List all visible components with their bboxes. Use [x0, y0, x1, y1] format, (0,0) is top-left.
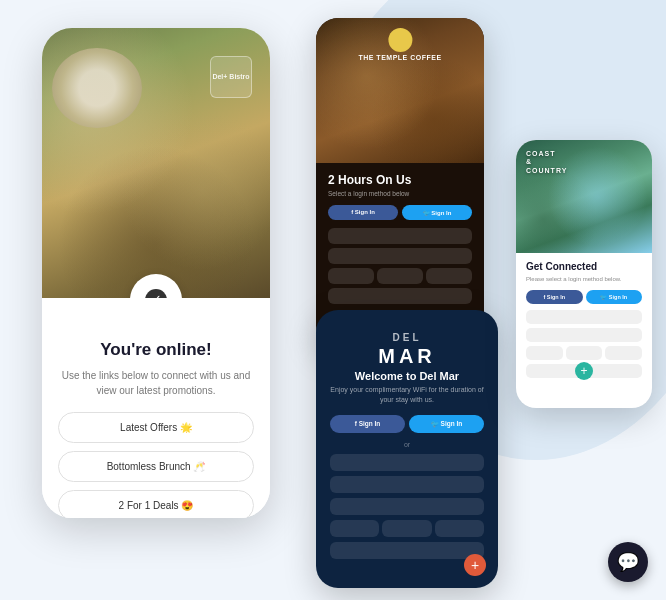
phone3-fab-icon: + [471, 557, 479, 573]
phone3-dob-year[interactable] [435, 520, 484, 537]
phone3-email-field[interactable] [330, 476, 484, 493]
phone3-dob-day[interactable] [330, 520, 379, 537]
chat-bubble-button[interactable]: 💬 [608, 542, 648, 582]
phone4-dob-month[interactable] [566, 346, 603, 360]
phone2-dob-day[interactable] [328, 268, 374, 284]
phone4-twitter-button[interactable]: 🐦 Sign In [586, 290, 643, 304]
phone1-title: You're online! [58, 340, 254, 360]
phone4-brand-line3: COUNTRY [526, 167, 567, 175]
phone3-country-field[interactable] [330, 542, 484, 559]
phone4-dob-day[interactable] [526, 346, 563, 360]
two-for-one-button[interactable]: 2 For 1 Deals 😍 [58, 490, 254, 519]
phone1-logo: Del+ Bistro [210, 56, 252, 98]
phone3-dob [330, 520, 484, 537]
phone3-logo-pre: DEL [330, 332, 484, 343]
phone4-facebook-button[interactable]: f Sign In [526, 290, 583, 304]
phone2-dob-year[interactable] [426, 268, 472, 284]
phone2-email-field[interactable] [328, 248, 472, 264]
phone2-twitter-button[interactable]: 🐦 Sign In [402, 205, 472, 220]
bottomless-brunch-button[interactable]: Bottomless Brunch 🥂 [58, 451, 254, 482]
phone2-dob [328, 268, 472, 284]
phone2-brand: THE TEMPLE COFFEE [358, 28, 441, 61]
phone3-twitter-button[interactable]: 🐦 Sign In [409, 415, 484, 433]
phone2-content: 2 Hours On Us Select a login method belo… [316, 163, 484, 314]
phone3-facebook-button[interactable]: f Sign In [330, 415, 405, 433]
chat-icon: 💬 [617, 551, 639, 573]
phone4-dob [526, 346, 642, 360]
phone3-content: DEL MAR Welcome to Del Mar Enjoy your co… [316, 310, 498, 573]
latest-offers-button[interactable]: Latest Offers 🌟 [58, 412, 254, 443]
phone4-subtitle: Please select a login method below. [526, 275, 642, 283]
phone2-dob-month[interactable] [377, 268, 423, 284]
phone4-title: Get Connected [526, 261, 642, 272]
phone3-dob-month[interactable] [382, 520, 431, 537]
phone3-logo-main: MAR [330, 345, 484, 368]
phone1-check-circle: ✓ [130, 274, 182, 298]
phone4-email-field[interactable] [526, 328, 642, 342]
phone3-apartment-field[interactable] [330, 498, 484, 515]
check-icon: ✓ [145, 289, 167, 298]
phone4-brand: COAST & COUNTRY [526, 150, 567, 175]
phone1-content: You're online! Use the links below to co… [42, 298, 270, 519]
phone4-brand-line1: COAST [526, 150, 567, 158]
phone3-social-buttons: f Sign In 🐦 Sign In [330, 415, 484, 433]
phone3-firstname-field[interactable] [330, 454, 484, 471]
phone-2: THE TEMPLE COFFEE 2 Hours On Us Select a… [316, 18, 484, 348]
phone4-teal-icon: + [580, 364, 587, 378]
phone3-or-divider: or [330, 441, 484, 448]
phone2-social-buttons: f Sign In 🐦 Sign In [328, 205, 472, 220]
phone2-brand-icon [388, 28, 412, 52]
phone3-fab-button[interactable]: + [464, 554, 486, 576]
phone-1: Del+ Bistro ✓ You're online! Use the lin… [42, 28, 270, 518]
phone2-title: 2 Hours On Us [328, 173, 472, 187]
phone2-facebook-button[interactable]: f Sign In [328, 205, 398, 220]
phone2-hero-image: THE TEMPLE COFFEE [316, 18, 484, 163]
phone3-title: Welcome to Del Mar [330, 370, 484, 382]
phone2-firstname-field[interactable] [328, 228, 472, 244]
phone4-brand-line2: & [526, 158, 567, 166]
phone-4: COAST & COUNTRY Get Connected Please sel… [516, 140, 652, 408]
phone4-teal-button[interactable]: + [575, 362, 593, 380]
phone4-social-buttons: f Sign In 🐦 Sign In [526, 290, 642, 304]
phone2-gender-field[interactable] [328, 288, 472, 304]
phone3-subtitle: Enjoy your complimentary WiFi for the du… [330, 385, 484, 405]
phone4-fullname-field[interactable] [526, 310, 642, 324]
phone2-brand-text: THE TEMPLE COFFEE [358, 54, 441, 61]
phone-3: DEL MAR Welcome to Del Mar Enjoy your co… [316, 310, 498, 588]
phone1-hero-image: Del+ Bistro ✓ [42, 28, 270, 298]
phone1-subtitle: Use the links below to connect with us a… [58, 368, 254, 398]
phone4-hero-image: COAST & COUNTRY [516, 140, 652, 253]
phone2-subtitle: Select a login method below [328, 190, 472, 197]
phone4-dob-year[interactable] [605, 346, 642, 360]
